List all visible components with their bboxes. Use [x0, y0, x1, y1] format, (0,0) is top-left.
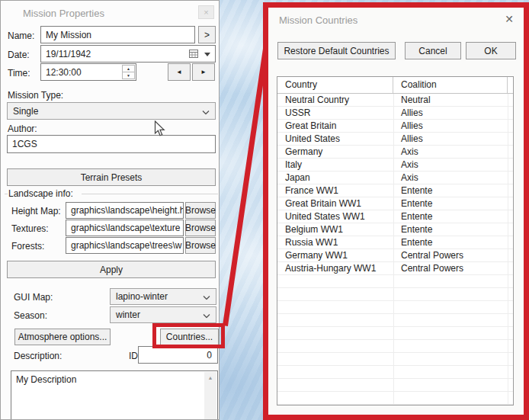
forests-browse-button[interactable]: Browse — [185, 237, 216, 254]
table-row[interactable]: France WW1 Entente — [277, 184, 513, 197]
gui-map-value: lapino-winter — [116, 291, 168, 302]
table-row[interactable]: Great Britain Allies — [277, 120, 513, 133]
coalition-cell: Entente — [393, 184, 508, 197]
gui-map-select[interactable]: lapino-winter — [110, 288, 216, 305]
dialog-close-button[interactable]: ✕ — [505, 14, 514, 24]
country-cell: Germany — [277, 146, 393, 159]
country-cell: Russia WW1 — [277, 236, 393, 249]
time-prev-button[interactable]: ◄ — [168, 63, 191, 81]
dialog-title: Mission Countries — [279, 14, 357, 26]
expand-icon: > — [204, 30, 210, 40]
chevron-down-icon — [203, 310, 210, 321]
table-row[interactable]: United States WW1 Entente — [277, 210, 513, 223]
time-spinner[interactable]: ▲ ▼ — [122, 65, 135, 79]
country-cell: Japan — [277, 172, 393, 184]
table-row[interactable]: Germany Axis — [277, 146, 513, 159]
table-row[interactable]: Neutral Country Neutral — [277, 94, 513, 107]
table-row[interactable]: Great Britain WW1 Entente — [277, 197, 513, 210]
coalition-cell: Entente — [393, 223, 508, 236]
country-cell: Great Britain WW1 — [277, 197, 393, 210]
close-icon: × — [204, 8, 208, 17]
country-cell: USSR — [277, 107, 393, 120]
arrow-left-icon: ◄ — [176, 69, 182, 75]
table-header: Country Coalition — [277, 77, 513, 94]
coalition-cell: Axis — [393, 146, 508, 159]
coalition-cell: Central Powers — [393, 262, 508, 275]
spin-down-icon[interactable]: ▼ — [122, 72, 135, 79]
arrow-right-icon: ► — [200, 69, 207, 75]
forests-label: Forests: — [11, 241, 44, 252]
season-value: winter — [116, 309, 140, 320]
height-map-browse-button[interactable]: Browse — [185, 202, 216, 219]
atmosphere-options-button[interactable]: Atmosphere options... — [14, 329, 111, 345]
table-body: Neutral Country Neutral USSR Allies Grea… — [277, 94, 513, 405]
table-row[interactable]: Russia WW1 Entente — [277, 236, 513, 249]
time-next-button[interactable]: ► — [192, 63, 215, 81]
countries-table: Country Coalition Neutral Country Neutra… — [277, 76, 514, 406]
restore-default-countries-button[interactable]: Restore Default Countries — [277, 42, 396, 59]
groupbox-line — [82, 194, 218, 194]
mission-type-label: Mission Type: — [8, 90, 63, 101]
textures-label: Textures: — [11, 223, 49, 234]
gui-map-label: GUI Map: — [14, 292, 53, 303]
coalition-cell: Central Powers — [393, 249, 508, 262]
forests-input[interactable]: graphics\landscape\trees\w — [66, 237, 184, 254]
coalition-cell: Entente — [393, 197, 508, 210]
coalition-cell: Entente — [393, 236, 508, 249]
season-select[interactable]: winter — [110, 306, 216, 323]
calendar-dropdown-icon[interactable] — [204, 53, 210, 56]
groupbox-line — [5, 194, 8, 194]
spin-up-icon[interactable]: ▲ — [122, 65, 135, 72]
table-row[interactable]: Belgium WW1 Entente — [277, 223, 513, 236]
close-button[interactable]: × — [198, 5, 214, 19]
name-input[interactable]: My Mission — [40, 26, 195, 43]
table-row[interactable]: United States Allies — [277, 133, 513, 146]
description-value: My Description — [16, 374, 76, 385]
coalition-cell: Allies — [393, 133, 508, 146]
mission-properties-panel: Mission Properties × Name: My Mission > … — [0, 0, 220, 420]
mouse-cursor — [154, 120, 165, 139]
table-row[interactable]: Austria-Hungary WW1 Central Powers — [277, 262, 513, 275]
coalition-cell: Entente — [393, 210, 508, 223]
name-expand-button[interactable]: > — [198, 26, 216, 43]
table-row[interactable]: Italy Axis — [277, 159, 513, 172]
date-label: Date: — [8, 50, 30, 60]
time-value: 12:30:00 — [46, 67, 82, 78]
author-input[interactable]: 1CGS — [7, 135, 216, 153]
name-label: Name: — [8, 30, 34, 41]
country-cell: Great Britain — [277, 120, 393, 133]
description-scrollbar[interactable]: ▲ — [204, 372, 216, 420]
time-label: Time: — [8, 68, 30, 79]
description-textarea[interactable]: My Description ▲ — [11, 370, 218, 420]
column-header-coalition[interactable]: Coalition — [393, 77, 508, 93]
id-input[interactable]: 0 — [138, 346, 218, 364]
coalition-cell: Axis — [393, 172, 508, 184]
column-header-country[interactable]: Country — [277, 77, 393, 93]
mission-type-select[interactable]: Single — [7, 102, 216, 120]
author-label: Author: — [8, 123, 37, 134]
scroll-up-icon[interactable]: ▲ — [208, 375, 213, 420]
coalition-cell: Allies — [393, 120, 508, 133]
textures-browse-button[interactable]: Browse — [185, 220, 216, 236]
country-cell: France WW1 — [277, 184, 393, 197]
calendar-icon[interactable] — [189, 50, 198, 60]
close-icon: ✕ — [505, 13, 514, 25]
table-row[interactable]: Germany WW1 Central Powers — [277, 249, 513, 262]
coalition-cell: Allies — [393, 107, 508, 120]
cancel-button[interactable]: Cancel — [405, 42, 461, 59]
table-row[interactable]: Japan Axis — [277, 172, 513, 184]
country-cell: United States WW1 — [277, 210, 393, 223]
date-input[interactable]: 19/11/1942 — [40, 45, 216, 63]
annotation-highlight-box — [152, 323, 225, 348]
height-map-label: Height Map: — [11, 206, 61, 216]
textures-input[interactable]: graphics\landscape\texture — [66, 220, 184, 236]
ok-button[interactable]: OK — [466, 42, 516, 59]
height-map-input[interactable]: graphics\landscape\height.h — [66, 202, 184, 219]
terrain-presets-button[interactable]: Terrain Presets — [7, 168, 216, 186]
apply-button[interactable]: Apply — [7, 261, 216, 278]
time-input[interactable]: 12:30:00 ▲ ▼ — [40, 63, 136, 81]
country-cell: Germany WW1 — [277, 249, 393, 262]
panel-title: Mission Properties — [23, 8, 104, 19]
country-cell: United States — [277, 133, 393, 146]
table-row[interactable]: USSR Allies — [277, 107, 513, 120]
